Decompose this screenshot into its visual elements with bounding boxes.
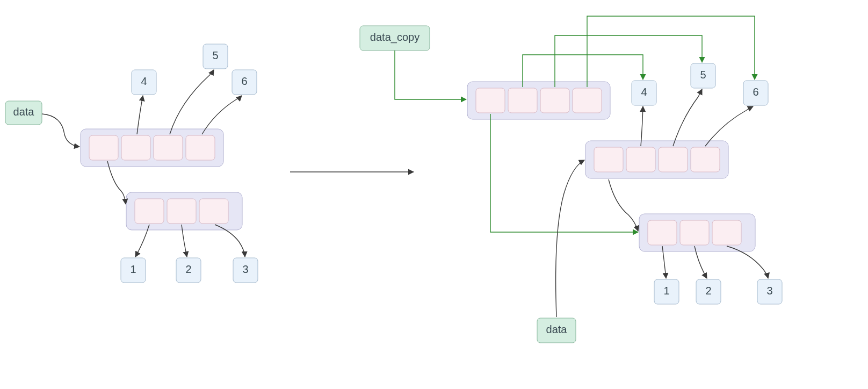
num-2-left-label: 2 bbox=[185, 263, 191, 275]
arrow-left-to-4 bbox=[137, 96, 143, 134]
arrow-mid-to-4 bbox=[641, 106, 643, 146]
svg-rect-20 bbox=[648, 220, 677, 245]
svg-rect-22 bbox=[712, 220, 741, 245]
svg-rect-17 bbox=[659, 147, 688, 172]
num-6-right-label: 6 bbox=[753, 86, 758, 98]
data-copy-var-label: data_copy bbox=[370, 31, 419, 44]
svg-rect-4 bbox=[186, 135, 215, 160]
left-diagram: data 4 5 6 1 2 3 bbox=[5, 44, 258, 283]
svg-rect-3 bbox=[154, 135, 183, 160]
arrow-mid-to-6 bbox=[705, 106, 753, 146]
num-5-left-label: 5 bbox=[212, 49, 218, 61]
arrow-copy-to-6 bbox=[587, 16, 755, 87]
num-5-right-label: 5 bbox=[700, 69, 706, 81]
svg-rect-12 bbox=[540, 88, 569, 113]
svg-rect-10 bbox=[476, 88, 505, 113]
left-sub-list bbox=[126, 192, 242, 230]
arrow-data-to-midlist bbox=[556, 160, 584, 317]
svg-rect-13 bbox=[573, 88, 602, 113]
svg-rect-7 bbox=[167, 199, 196, 224]
arrow-copy-to-5 bbox=[555, 35, 702, 87]
arrow-mid-to-5 bbox=[673, 89, 702, 146]
svg-rect-2 bbox=[121, 135, 150, 160]
num-1-right-label: 1 bbox=[663, 285, 669, 297]
svg-rect-1 bbox=[89, 135, 118, 160]
arrow-mid-cell0-sublist bbox=[609, 179, 638, 231]
arrow-datacopy-to-list bbox=[395, 51, 466, 99]
num-3-right-label: 3 bbox=[766, 285, 772, 297]
right-diagram: data_copy data 4 bbox=[360, 16, 782, 343]
diagram-canvas: data 4 5 6 1 2 3 bbox=[0, 0, 868, 389]
arrow-left-to-6 bbox=[202, 96, 242, 134]
num-3-left-label: 3 bbox=[242, 263, 248, 275]
svg-rect-18 bbox=[691, 147, 720, 172]
svg-rect-6 bbox=[135, 199, 164, 224]
right-top-list bbox=[467, 82, 610, 119]
num-6-left-label: 6 bbox=[241, 75, 247, 87]
num-2-right-label: 2 bbox=[705, 285, 711, 297]
right-sub-list bbox=[639, 214, 755, 251]
svg-rect-21 bbox=[680, 220, 709, 245]
svg-rect-8 bbox=[199, 199, 228, 224]
data-var-left-label: data bbox=[13, 106, 35, 118]
arrow-left-cell0-sublist bbox=[107, 161, 126, 204]
svg-rect-11 bbox=[508, 88, 537, 113]
num-1-left-label: 1 bbox=[130, 263, 136, 275]
num-4-left-label: 4 bbox=[141, 75, 147, 87]
arrow-left-to-5 bbox=[170, 70, 214, 134]
arrow-data-to-list-left bbox=[42, 114, 79, 147]
right-mid-list bbox=[585, 141, 728, 178]
left-top-list bbox=[81, 129, 223, 167]
num-4-right-label: 4 bbox=[641, 86, 647, 98]
svg-rect-16 bbox=[626, 147, 655, 172]
svg-rect-15 bbox=[594, 147, 623, 172]
data-var-right-label: data bbox=[546, 323, 568, 335]
